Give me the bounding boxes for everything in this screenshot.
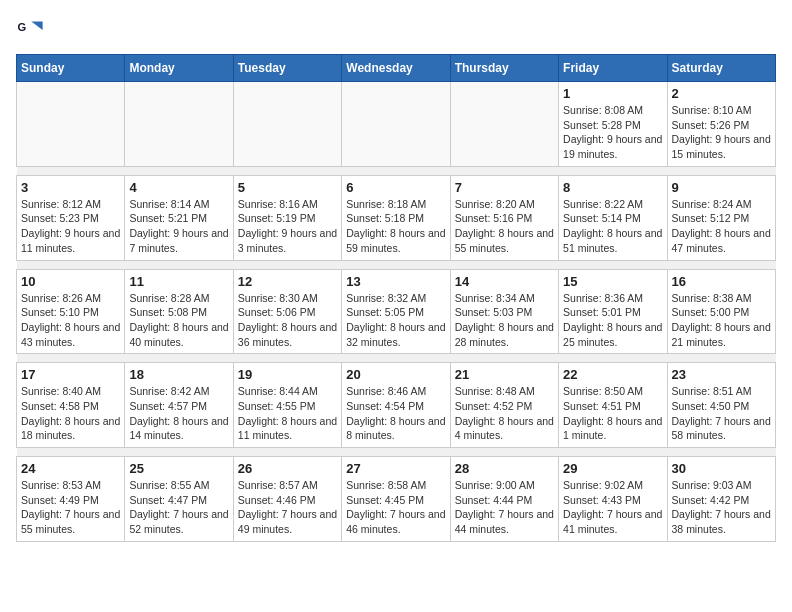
week-row-1: 1Sunrise: 8:08 AM Sunset: 5:28 PM Daylig…: [17, 82, 776, 167]
column-header-tuesday: Tuesday: [233, 55, 341, 82]
day-cell: 25Sunrise: 8:55 AM Sunset: 4:47 PM Dayli…: [125, 457, 233, 542]
day-cell: 19Sunrise: 8:44 AM Sunset: 4:55 PM Dayli…: [233, 363, 341, 448]
day-info: Sunrise: 8:20 AM Sunset: 5:16 PM Dayligh…: [455, 197, 554, 256]
day-number: 30: [672, 461, 771, 476]
day-cell: 7Sunrise: 8:20 AM Sunset: 5:16 PM Daylig…: [450, 175, 558, 260]
day-cell: [17, 82, 125, 167]
day-info: Sunrise: 8:28 AM Sunset: 5:08 PM Dayligh…: [129, 291, 228, 350]
column-header-friday: Friday: [559, 55, 667, 82]
day-info: Sunrise: 8:08 AM Sunset: 5:28 PM Dayligh…: [563, 103, 662, 162]
week-row-4: 17Sunrise: 8:40 AM Sunset: 4:58 PM Dayli…: [17, 363, 776, 448]
day-number: 14: [455, 274, 554, 289]
day-info: Sunrise: 8:57 AM Sunset: 4:46 PM Dayligh…: [238, 478, 337, 537]
day-number: 12: [238, 274, 337, 289]
day-info: Sunrise: 8:26 AM Sunset: 5:10 PM Dayligh…: [21, 291, 120, 350]
day-cell: 6Sunrise: 8:18 AM Sunset: 5:18 PM Daylig…: [342, 175, 450, 260]
day-info: Sunrise: 8:14 AM Sunset: 5:21 PM Dayligh…: [129, 197, 228, 256]
day-info: Sunrise: 8:24 AM Sunset: 5:12 PM Dayligh…: [672, 197, 771, 256]
day-info: Sunrise: 8:51 AM Sunset: 4:50 PM Dayligh…: [672, 384, 771, 443]
day-cell: 18Sunrise: 8:42 AM Sunset: 4:57 PM Dayli…: [125, 363, 233, 448]
column-header-sunday: Sunday: [17, 55, 125, 82]
day-info: Sunrise: 8:34 AM Sunset: 5:03 PM Dayligh…: [455, 291, 554, 350]
day-number: 22: [563, 367, 662, 382]
day-cell: 20Sunrise: 8:46 AM Sunset: 4:54 PM Dayli…: [342, 363, 450, 448]
day-number: 7: [455, 180, 554, 195]
day-info: Sunrise: 8:50 AM Sunset: 4:51 PM Dayligh…: [563, 384, 662, 443]
day-info: Sunrise: 8:10 AM Sunset: 5:26 PM Dayligh…: [672, 103, 771, 162]
day-number: 23: [672, 367, 771, 382]
column-header-wednesday: Wednesday: [342, 55, 450, 82]
day-cell: 12Sunrise: 8:30 AM Sunset: 5:06 PM Dayli…: [233, 269, 341, 354]
day-info: Sunrise: 8:46 AM Sunset: 4:54 PM Dayligh…: [346, 384, 445, 443]
day-number: 1: [563, 86, 662, 101]
day-number: 8: [563, 180, 662, 195]
day-number: 9: [672, 180, 771, 195]
week-row-5: 24Sunrise: 8:53 AM Sunset: 4:49 PM Dayli…: [17, 457, 776, 542]
day-cell: 28Sunrise: 9:00 AM Sunset: 4:44 PM Dayli…: [450, 457, 558, 542]
day-info: Sunrise: 8:22 AM Sunset: 5:14 PM Dayligh…: [563, 197, 662, 256]
day-info: Sunrise: 8:18 AM Sunset: 5:18 PM Dayligh…: [346, 197, 445, 256]
day-info: Sunrise: 8:30 AM Sunset: 5:06 PM Dayligh…: [238, 291, 337, 350]
day-cell: 2Sunrise: 8:10 AM Sunset: 5:26 PM Daylig…: [667, 82, 775, 167]
day-info: Sunrise: 8:40 AM Sunset: 4:58 PM Dayligh…: [21, 384, 120, 443]
column-header-thursday: Thursday: [450, 55, 558, 82]
day-number: 13: [346, 274, 445, 289]
header-row: SundayMondayTuesdayWednesdayThursdayFrid…: [17, 55, 776, 82]
day-cell: 17Sunrise: 8:40 AM Sunset: 4:58 PM Dayli…: [17, 363, 125, 448]
day-info: Sunrise: 8:36 AM Sunset: 5:01 PM Dayligh…: [563, 291, 662, 350]
day-cell: 3Sunrise: 8:12 AM Sunset: 5:23 PM Daylig…: [17, 175, 125, 260]
day-cell: 14Sunrise: 8:34 AM Sunset: 5:03 PM Dayli…: [450, 269, 558, 354]
day-number: 28: [455, 461, 554, 476]
day-number: 11: [129, 274, 228, 289]
svg-text:G: G: [17, 21, 26, 33]
page-header: G: [16, 16, 776, 44]
week-separator: [17, 260, 776, 269]
day-cell: 22Sunrise: 8:50 AM Sunset: 4:51 PM Dayli…: [559, 363, 667, 448]
day-number: 19: [238, 367, 337, 382]
day-cell: 29Sunrise: 9:02 AM Sunset: 4:43 PM Dayli…: [559, 457, 667, 542]
column-header-saturday: Saturday: [667, 55, 775, 82]
day-cell: 9Sunrise: 8:24 AM Sunset: 5:12 PM Daylig…: [667, 175, 775, 260]
day-number: 6: [346, 180, 445, 195]
day-number: 2: [672, 86, 771, 101]
day-number: 18: [129, 367, 228, 382]
day-number: 17: [21, 367, 120, 382]
day-cell: 10Sunrise: 8:26 AM Sunset: 5:10 PM Dayli…: [17, 269, 125, 354]
day-number: 26: [238, 461, 337, 476]
day-info: Sunrise: 9:02 AM Sunset: 4:43 PM Dayligh…: [563, 478, 662, 537]
day-cell: 16Sunrise: 8:38 AM Sunset: 5:00 PM Dayli…: [667, 269, 775, 354]
day-cell: 13Sunrise: 8:32 AM Sunset: 5:05 PM Dayli…: [342, 269, 450, 354]
day-cell: 5Sunrise: 8:16 AM Sunset: 5:19 PM Daylig…: [233, 175, 341, 260]
day-number: 4: [129, 180, 228, 195]
day-cell: 27Sunrise: 8:58 AM Sunset: 4:45 PM Dayli…: [342, 457, 450, 542]
day-cell: 30Sunrise: 9:03 AM Sunset: 4:42 PM Dayli…: [667, 457, 775, 542]
day-cell: [233, 82, 341, 167]
day-info: Sunrise: 8:58 AM Sunset: 4:45 PM Dayligh…: [346, 478, 445, 537]
day-cell: 23Sunrise: 8:51 AM Sunset: 4:50 PM Dayli…: [667, 363, 775, 448]
day-info: Sunrise: 8:48 AM Sunset: 4:52 PM Dayligh…: [455, 384, 554, 443]
day-number: 10: [21, 274, 120, 289]
day-cell: [342, 82, 450, 167]
day-number: 5: [238, 180, 337, 195]
day-cell: 15Sunrise: 8:36 AM Sunset: 5:01 PM Dayli…: [559, 269, 667, 354]
week-separator: [17, 448, 776, 457]
day-number: 27: [346, 461, 445, 476]
day-info: Sunrise: 8:12 AM Sunset: 5:23 PM Dayligh…: [21, 197, 120, 256]
day-info: Sunrise: 8:32 AM Sunset: 5:05 PM Dayligh…: [346, 291, 445, 350]
day-info: Sunrise: 8:44 AM Sunset: 4:55 PM Dayligh…: [238, 384, 337, 443]
day-number: 15: [563, 274, 662, 289]
week-separator: [17, 354, 776, 363]
week-separator: [17, 166, 776, 175]
day-number: 20: [346, 367, 445, 382]
day-cell: 1Sunrise: 8:08 AM Sunset: 5:28 PM Daylig…: [559, 82, 667, 167]
day-number: 3: [21, 180, 120, 195]
week-row-3: 10Sunrise: 8:26 AM Sunset: 5:10 PM Dayli…: [17, 269, 776, 354]
day-info: Sunrise: 8:53 AM Sunset: 4:49 PM Dayligh…: [21, 478, 120, 537]
day-info: Sunrise: 9:00 AM Sunset: 4:44 PM Dayligh…: [455, 478, 554, 537]
day-number: 29: [563, 461, 662, 476]
day-info: Sunrise: 8:55 AM Sunset: 4:47 PM Dayligh…: [129, 478, 228, 537]
calendar-table: SundayMondayTuesdayWednesdayThursdayFrid…: [16, 54, 776, 542]
day-info: Sunrise: 9:03 AM Sunset: 4:42 PM Dayligh…: [672, 478, 771, 537]
day-info: Sunrise: 8:38 AM Sunset: 5:00 PM Dayligh…: [672, 291, 771, 350]
svg-marker-1: [31, 22, 42, 30]
